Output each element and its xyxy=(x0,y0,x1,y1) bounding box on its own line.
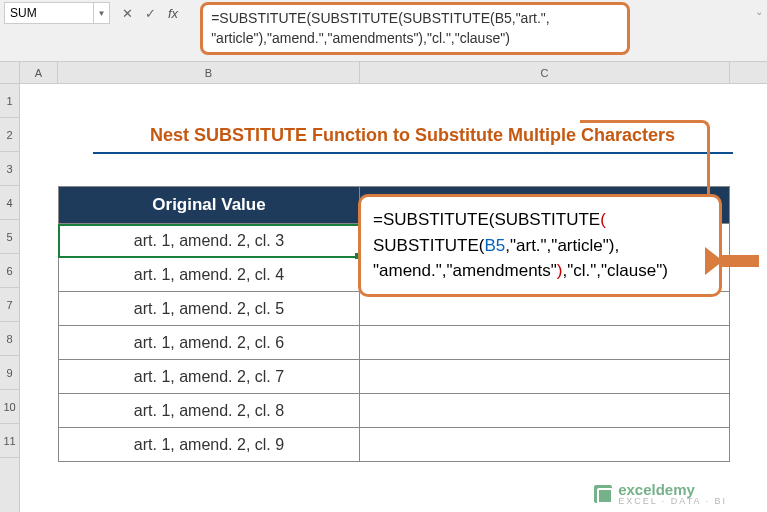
formula-input[interactable]: =SUBSTITUTE(SUBSTITUTE(SUBSTITUTE(B5,"ar… xyxy=(200,2,630,55)
formula-input-wrap: =SUBSTITUTE(SUBSTITUTE(SUBSTITUTE(B5,"ar… xyxy=(190,2,763,55)
row-header[interactable]: 4 xyxy=(0,186,19,220)
cell-c10[interactable] xyxy=(360,394,730,428)
confirm-icon[interactable]: ✓ xyxy=(145,6,156,21)
row-header[interactable]: 1 xyxy=(0,84,19,118)
callout-arrow-icon xyxy=(719,245,767,277)
table-row: art. 1, amend. 2, cl. 7 xyxy=(58,360,730,394)
row-header[interactable]: 5 xyxy=(0,220,19,254)
name-box-wrap: ▼ xyxy=(4,2,110,24)
name-box-dropdown[interactable]: ▼ xyxy=(94,2,110,24)
cell-b7[interactable]: art. 1, amend. 2, cl. 5 xyxy=(58,292,360,326)
table-row: art. 1, amend. 2, cl. 5 xyxy=(58,292,730,326)
row-header[interactable]: 6 xyxy=(0,254,19,288)
cell-c9[interactable] xyxy=(360,360,730,394)
fx-icon[interactable]: fx xyxy=(168,6,178,21)
table-row: art. 1, amend. 2, cl. 8 xyxy=(58,394,730,428)
grid-area: 1 2 3 4 5 6 7 8 9 10 11 A B C Nest SUBST… xyxy=(0,62,767,512)
cell-b5[interactable]: art. 1, amend. 2, cl. 3 xyxy=(58,224,360,258)
cell-b8[interactable]: art. 1, amend. 2, cl. 6 xyxy=(58,326,360,360)
formula-bar-expand-icon[interactable]: ⌄ xyxy=(755,6,763,17)
cell-b9[interactable]: art. 1, amend. 2, cl. 7 xyxy=(58,360,360,394)
col-header[interactable]: A xyxy=(20,62,58,83)
cell-c7[interactable] xyxy=(360,292,730,326)
chevron-down-icon: ▼ xyxy=(98,9,106,18)
row-header[interactable]: 3 xyxy=(0,152,19,186)
cell-b11[interactable]: art. 1, amend. 2, cl. 9 xyxy=(58,428,360,462)
col-headers: A B C xyxy=(20,62,767,84)
table-row: art. 1, amend. 2, cl. 6 xyxy=(58,326,730,360)
cell-c8[interactable] xyxy=(360,326,730,360)
formula-callout: =SUBSTITUTE(SUBSTITUTE( SUBSTITUTE(B5,"a… xyxy=(358,194,722,297)
row-header[interactable]: 7 xyxy=(0,288,19,322)
formula-text: =SUBSTITUTE(SUBSTITUTE( SUBSTITUTE(B5,"a… xyxy=(373,210,668,280)
select-all-corner[interactable] xyxy=(0,62,19,84)
brand-logo-icon xyxy=(594,485,612,503)
formula-bar: ▼ ✕ ✓ fx =SUBSTITUTE(SUBSTITUTE(SUBSTITU… xyxy=(0,0,767,62)
header-original[interactable]: Original Value xyxy=(58,186,360,224)
row-header[interactable]: 11 xyxy=(0,424,19,458)
row-1[interactable] xyxy=(58,84,767,118)
cancel-icon[interactable]: ✕ xyxy=(122,6,133,21)
cell-b10[interactable]: art. 1, amend. 2, cl. 8 xyxy=(58,394,360,428)
cell-c11[interactable] xyxy=(360,428,730,462)
grid-body: A B C Nest SUBSTITUTE Function to Substi… xyxy=(20,62,767,512)
cell-value: art. 1, amend. 2, cl. 3 xyxy=(134,232,284,250)
formula-bar-controls: ✕ ✓ fx xyxy=(110,2,190,24)
table-row: art. 1, amend. 2, cl. 9 xyxy=(58,428,730,462)
cell-b6[interactable]: art. 1, amend. 2, cl. 4 xyxy=(58,258,360,292)
brand-name: exceldemy xyxy=(618,482,727,497)
row-header[interactable]: 9 xyxy=(0,356,19,390)
brand-tagline: EXCEL · DATA · BI xyxy=(618,497,727,506)
col-header[interactable]: B xyxy=(58,62,360,83)
row-headers: 1 2 3 4 5 6 7 8 9 10 11 xyxy=(0,62,20,512)
row-header[interactable]: 8 xyxy=(0,322,19,356)
watermark: exceldemy EXCEL · DATA · BI xyxy=(594,482,727,506)
row-header[interactable]: 2 xyxy=(0,118,19,152)
col-header[interactable]: C xyxy=(360,62,730,83)
row-header[interactable]: 10 xyxy=(0,390,19,424)
name-box[interactable] xyxy=(4,2,94,24)
